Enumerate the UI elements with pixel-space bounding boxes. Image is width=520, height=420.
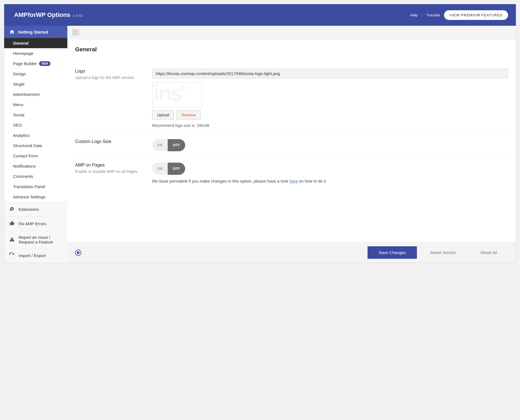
sidebar-head-label: Getting Started	[18, 30, 48, 34]
new-badge: NEW	[39, 61, 50, 66]
warning-icon	[9, 237, 15, 243]
sidebar-item-label: Structured Data	[13, 143, 42, 148]
logo-desc: Upload a logo for the AMP version.	[75, 75, 152, 80]
sidebar-item-seo[interactable]: SEO	[4, 120, 67, 130]
sidebar-item-label: Page Builder	[13, 61, 37, 66]
gear-icon	[9, 206, 15, 212]
field-custom-logo-size: Custom Logo Size ON OFF	[75, 133, 508, 157]
main-toolbar	[67, 26, 516, 39]
app-title: AMPforWP Options	[14, 11, 70, 18]
sidebar-head-getting-started[interactable]: Getting Started	[4, 26, 67, 38]
header-separator: |	[422, 13, 423, 17]
toggle-on[interactable]: ON	[152, 163, 168, 175]
amp-pages-label: AMP on Pages	[75, 163, 152, 168]
logo-url-input[interactable]	[152, 69, 508, 78]
sidebar-item-advance-settings[interactable]: Advance Settings	[4, 192, 67, 202]
sidebar-item-page-builder[interactable]: Page BuilderNEW	[4, 58, 67, 69]
sidebar-item-label: Single	[13, 82, 25, 86]
thumbs-up-icon	[9, 221, 15, 227]
sidebar: Getting Started GeneralHomepagePage Buil…	[4, 26, 67, 263]
sidebar-item-label: Comments	[13, 174, 33, 179]
field-logo: Logo Upload a logo for the AMP version. …	[75, 63, 508, 133]
sidebar-ext-report-an-issue-request-a-feature[interactable]: Report an Issue / Request a Feature	[4, 231, 67, 248]
amp-pages-toggle[interactable]: ON OFF	[152, 163, 185, 175]
sidebar-item-design[interactable]: Design	[4, 69, 67, 79]
sidebar-item-menu[interactable]: Menu	[4, 99, 67, 110]
view-premium-button[interactable]: VIEW PREMIUM FEATURES	[444, 10, 508, 20]
sidebar-item-label: Contact Form	[13, 153, 38, 158]
sidebar-item-notifications[interactable]: Notifications	[4, 161, 67, 171]
sidebar-item-label: Advertisement	[13, 92, 40, 97]
section-title: General	[75, 46, 508, 53]
sidebar-ext-label: Import / Export	[19, 253, 46, 258]
amp-pages-desc: Enable or Disable AMP on all Pages	[75, 169, 152, 174]
system-info-icon[interactable]	[75, 250, 81, 256]
remove-button[interactable]: Remove	[177, 111, 200, 119]
logo-label: Logo	[75, 69, 152, 74]
sidebar-item-contact-form[interactable]: Contact Form	[4, 151, 67, 161]
sidebar-ext-import-export[interactable]: Import / Export	[4, 248, 67, 263]
reset-all-button[interactable]: Reset All	[470, 246, 508, 259]
toggle-off[interactable]: OFF	[168, 139, 185, 151]
sidebar-item-label: General	[13, 41, 29, 45]
header-bar: AMPforWP Options 0.9.53 Help | Tutorials…	[4, 4, 516, 26]
sidebar-item-label: Social	[13, 112, 24, 117]
sidebar-item-structured-data[interactable]: Structured Data	[4, 140, 67, 151]
app-version: 0.9.53	[73, 14, 83, 18]
sidebar-item-comments[interactable]: Comments	[4, 171, 67, 181]
toggle-off[interactable]: OFF	[168, 163, 185, 175]
sidebar-ext-extensions[interactable]: Extensions	[4, 202, 67, 216]
expand-icon[interactable]	[72, 29, 79, 36]
custom-logo-size-toggle[interactable]: ON OFF	[152, 139, 185, 151]
sidebar-item-label: Notifications	[13, 164, 36, 168]
sidebar-item-label: Menu	[13, 102, 24, 107]
tutorials-link[interactable]: Tutorials	[426, 13, 440, 17]
sidebar-item-label: Analytics	[13, 133, 30, 138]
sidebar-item-label: Translation Panel	[13, 184, 45, 189]
here-link[interactable]: here	[289, 179, 298, 183]
sidebar-item-single[interactable]: Single	[4, 79, 67, 89]
sidebar-item-advertisement[interactable]: Advertisement	[4, 89, 67, 99]
refresh-icon	[9, 252, 15, 259]
field-amp-on-pages: AMP on Pages Enable or Disable AMP on al…	[75, 157, 508, 189]
home-icon	[9, 29, 15, 35]
sidebar-item-analytics[interactable]: Analytics	[4, 130, 67, 140]
sidebar-item-general[interactable]: General	[4, 38, 67, 48]
sidebar-item-translation-panel[interactable]: Translation Panel	[4, 181, 67, 192]
sidebar-ext-label: Report an Issue / Request a Feature	[19, 235, 62, 244]
logo-hint: Recommend logo size is: 190x36	[152, 123, 508, 128]
sidebar-item-label: SEO	[13, 123, 22, 127]
toggle-on[interactable]: ON	[152, 139, 168, 151]
sidebar-item-label: Advance Settings	[13, 194, 45, 199]
sidebar-item-homepage[interactable]: Homepage	[4, 48, 67, 58]
logo-preview: (ins	[152, 82, 202, 108]
help-link[interactable]: Help	[410, 13, 418, 17]
save-changes-button[interactable]: Save Changes	[368, 246, 417, 259]
sidebar-item-social[interactable]: Social	[4, 110, 67, 120]
sidebar-item-label: Design	[13, 71, 26, 76]
amp-pages-note: Re-Save permalink if you make changes in…	[152, 179, 508, 183]
sidebar-ext-label: Fix AMP Errors	[19, 221, 47, 226]
sidebar-item-label: Homepage	[13, 51, 33, 56]
sidebar-ext-label: Extensions	[19, 207, 39, 212]
reset-section-button[interactable]: Reset Section	[419, 246, 467, 259]
custom-logo-size-label: Custom Logo Size	[75, 139, 152, 144]
footer-bar: Save Changes Reset Section Reset All	[67, 242, 516, 263]
upload-button[interactable]: Upload	[152, 111, 174, 119]
sidebar-ext-fix-amp-errors[interactable]: Fix AMP Errors	[4, 216, 67, 231]
